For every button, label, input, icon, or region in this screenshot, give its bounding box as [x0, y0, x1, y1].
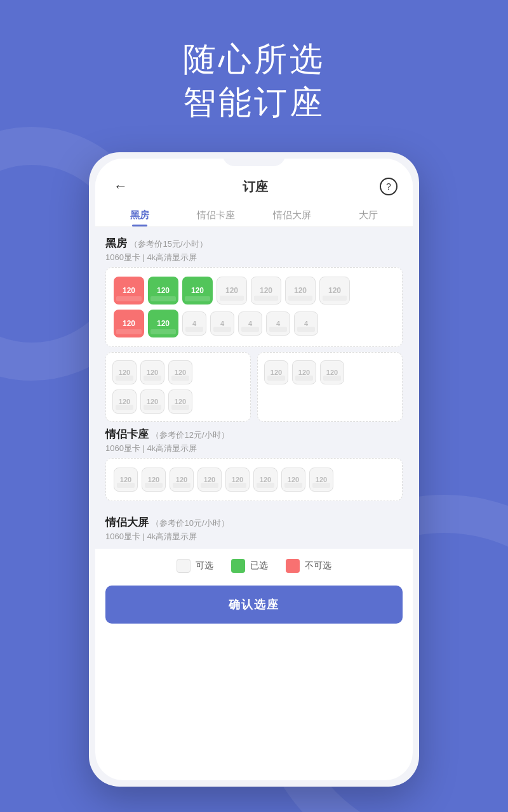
back-button[interactable]: ← — [110, 178, 131, 195]
seat-l1-3[interactable]: 120 — [168, 360, 192, 384]
section-couple-card-title: 情侣卡座 — [105, 428, 149, 440]
help-button[interactable]: ? — [380, 178, 398, 195]
section-hei-price: （参考价15元/小时） — [130, 239, 207, 249]
hei-seat-grid-left: 120 120 120 120 120 120 — [105, 352, 251, 422]
cc-seat-6[interactable]: 120 — [253, 468, 277, 492]
tab-couple-big[interactable]: 情侣大屏 — [254, 203, 330, 226]
seat-2-4[interactable]: 4 — [210, 311, 234, 336]
legend-unavailable-icon — [286, 559, 300, 573]
seat-1-6[interactable]: 120 — [285, 277, 316, 304]
seat-l2-2[interactable]: 120 — [140, 390, 164, 414]
seat-row-2: 120 120 4 4 4 4 4 — [114, 310, 394, 337]
hei-seat-grid-top: 120 120 120 120 120 120 120 120 120 4 4 … — [105, 267, 403, 347]
cc-seat-3[interactable]: 120 — [170, 468, 194, 492]
section-couple-card-header: 情侣卡座 （参考价12元/小时） 1060显卡 | 4k高清显示屏 — [105, 427, 403, 454]
hei-seat-grid-right: 120 120 120 — [257, 352, 403, 422]
seat-1-7[interactable]: 120 — [319, 277, 350, 304]
content-area: 黑房 （参考价15元/小时） 1060显卡 | 4k高清显示屏 120 120 … — [95, 227, 413, 515]
cc-seat-4[interactable]: 120 — [197, 468, 222, 492]
seat-2-3[interactable]: 4 — [182, 311, 206, 336]
seat-2-7[interactable]: 4 — [294, 311, 318, 336]
seat-row-right-1: 120 120 120 — [264, 360, 396, 384]
cc-seat-5[interactable]: 120 — [225, 468, 250, 492]
seat-1-4[interactable]: 120 — [217, 277, 247, 304]
legend-available: 可选 — [177, 559, 213, 573]
cc-seat-2[interactable]: 120 — [142, 468, 166, 492]
legend-available-label: 可选 — [196, 560, 213, 572]
seat-row-1: 120 120 120 120 120 120 120 — [114, 277, 394, 304]
section-couple-big-specs: 1060显卡 | 4k高清显示屏 — [105, 531, 403, 542]
section-couple-big-partial: 情侣大屏 （参考价10元/小时） 1060显卡 | 4k高清显示屏 — [95, 515, 413, 549]
seat-l1-2[interactable]: 120 — [140, 360, 164, 384]
legend-selected-icon — [231, 559, 245, 573]
header-section: 随心所选 智能订座 — [0, 0, 508, 124]
couple-card-row: 120 120 120 120 120 120 120 120 — [114, 468, 394, 492]
legend-available-icon — [177, 559, 190, 573]
seat-r1-2[interactable]: 120 — [292, 360, 316, 384]
legend-unavailable-label: 不可选 — [305, 560, 331, 572]
seat-r1-1[interactable]: 120 — [264, 360, 288, 384]
section-couple-card-price: （参考价12元/小时） — [151, 430, 229, 440]
seat-r1-3[interactable]: 120 — [320, 360, 344, 384]
seat-1-5[interactable]: 120 — [251, 277, 281, 304]
tab-hall[interactable]: 大厅 — [330, 203, 406, 226]
cc-seat-1[interactable]: 120 — [114, 468, 138, 492]
cc-seat-7[interactable]: 120 — [281, 468, 305, 492]
tab-couple-card[interactable]: 情侣卡座 — [178, 203, 254, 226]
legend-bar: 可选 已选 不可选 — [95, 549, 413, 579]
section-couple-card: 情侣卡座 （参考价12元/小时） 1060显卡 | 4k高清显示屏 120 12… — [105, 427, 403, 501]
seat-1-1[interactable]: 120 — [114, 277, 144, 304]
seat-1-3[interactable]: 120 — [182, 277, 213, 304]
seat-l1-1[interactable]: 120 — [112, 360, 137, 384]
legend-selected: 已选 — [231, 559, 268, 573]
section-hei-header: 黑房 （参考价15元/小时） 1060显卡 | 4k高清显示屏 — [105, 236, 403, 263]
section-couple-card-specs: 1060显卡 | 4k高清显示屏 — [105, 443, 403, 454]
phone-notch — [222, 152, 286, 166]
seat-1-2[interactable]: 120 — [148, 277, 178, 304]
tab-hei[interactable]: 黑房 — [102, 203, 178, 226]
seat-2-5[interactable]: 4 — [238, 311, 262, 336]
phone-screen: ← 订座 ? 黑房 情侣卡座 情侣大屏 大厅 黑房 （参考价15元/小时） 10… — [95, 159, 413, 780]
section-couple-big-price: （参考价10元/小时） — [151, 518, 229, 528]
legend-unavailable: 不可选 — [286, 559, 331, 573]
seat-2-1[interactable]: 120 — [114, 310, 144, 337]
seat-l2-1[interactable]: 120 — [112, 390, 137, 414]
phone-mockup: ← 订座 ? 黑房 情侣卡座 情侣大屏 大厅 黑房 （参考价15元/小时） 10… — [89, 152, 419, 787]
hei-seat-grid-bottom: 120 120 120 120 120 120 120 120 1 — [105, 352, 403, 422]
seat-row-left-1: 120 120 120 — [112, 360, 244, 384]
section-hei-title: 黑房 — [105, 237, 127, 249]
header-title: 随心所选 智能订座 — [0, 38, 508, 124]
legend-selected-label: 已选 — [250, 560, 268, 572]
seat-2-6[interactable]: 4 — [266, 311, 290, 336]
cc-seat-8[interactable]: 120 — [309, 468, 333, 492]
seat-2-2[interactable]: 120 — [148, 310, 178, 337]
page-title: 订座 — [243, 178, 268, 195]
seat-row-left-2: 120 120 120 — [112, 390, 244, 414]
section-couple-big-title: 情侣大屏 — [105, 516, 149, 528]
tab-bar: 黑房 情侣卡座 情侣大屏 大厅 — [95, 203, 413, 227]
section-hei-specs: 1060显卡 | 4k高清显示屏 — [105, 252, 403, 263]
confirm-button[interactable]: 确认选座 — [105, 586, 403, 624]
couple-card-seat-grid: 120 120 120 120 120 120 120 120 — [105, 458, 403, 501]
seat-l2-3[interactable]: 120 — [168, 390, 192, 414]
